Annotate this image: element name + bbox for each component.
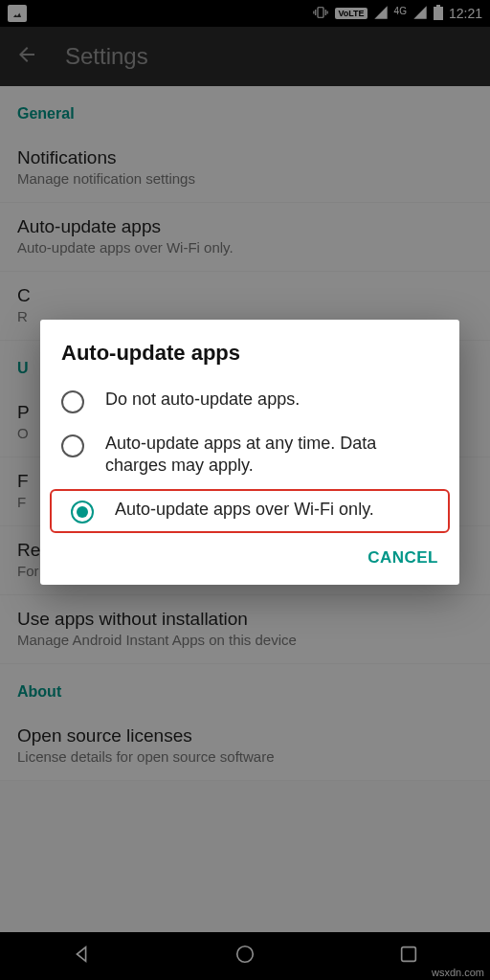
dialog-actions: CANCEL <box>40 535 459 573</box>
watermark: wsxdn.com <box>432 967 484 978</box>
radio-label: Do not auto-update apps. <box>105 389 300 411</box>
radio-option-wifi[interactable]: Auto-update apps over Wi-Fi only. <box>50 489 450 533</box>
radio-icon <box>61 390 84 413</box>
radio-option-none[interactable]: Do not auto-update apps. <box>40 379 459 423</box>
radio-icon-selected <box>71 501 94 523</box>
dialog-autoupdate: Auto-update apps Do not auto-update apps… <box>40 320 459 585</box>
radio-dot <box>77 506 88 518</box>
radio-label: Auto-update apps over Wi-Fi only. <box>115 499 374 521</box>
cancel-button[interactable]: CANCEL <box>368 548 438 568</box>
radio-icon <box>61 434 84 457</box>
radio-option-anytime[interactable]: Auto-update apps at any time. Data charg… <box>40 423 459 487</box>
radio-label: Auto-update apps at any time. Data charg… <box>105 433 438 478</box>
dialog-title: Auto-update apps <box>40 320 459 379</box>
